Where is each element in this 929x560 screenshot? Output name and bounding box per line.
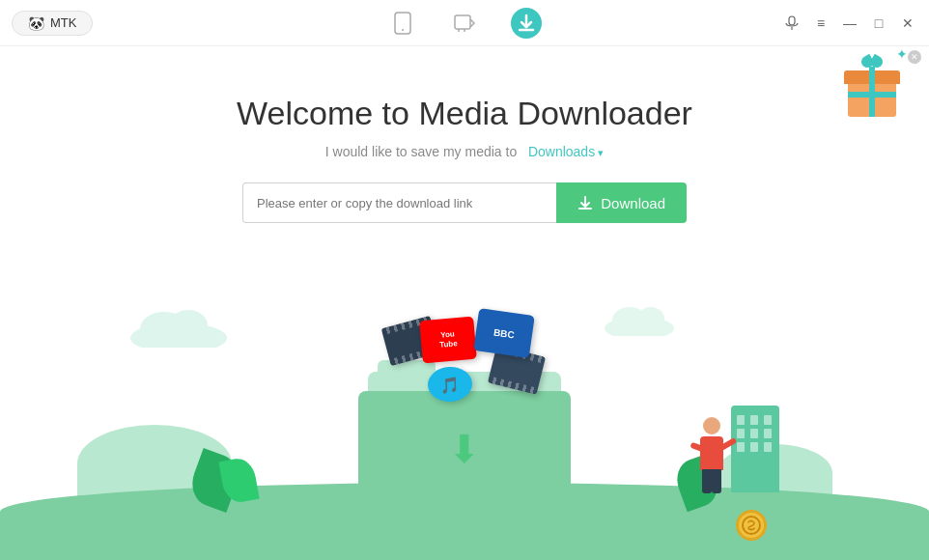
cloud-right — [601, 299, 678, 340]
coin-disc — [736, 510, 767, 541]
window — [737, 415, 745, 425]
cloud-left — [126, 304, 232, 351]
menu-icon: ≡ — [817, 15, 825, 31]
close-icon: ✕ — [902, 15, 914, 31]
transfer-nav-icon[interactable] — [449, 8, 480, 39]
main-content: ✦ ✦ ✕ Welcome to Media Downloader I woul… — [0, 46, 929, 560]
maximize-button[interactable]: □ — [869, 14, 888, 33]
subtitle: I would like to save my media to Downloa… — [325, 144, 604, 159]
svg-point-10 — [743, 517, 760, 534]
gift-ribbon-horizontal — [848, 92, 896, 98]
svg-point-1 — [402, 29, 404, 31]
bow-right — [869, 54, 885, 70]
app-name-label: MTK — [50, 15, 76, 30]
gift-bow — [861, 56, 883, 71]
panda-icon: 🐼 — [28, 15, 44, 31]
person-head — [703, 417, 720, 434]
svg-rect-3 — [789, 16, 795, 25]
person-arm-left — [690, 442, 704, 452]
window — [750, 415, 758, 425]
sparkle-1: ✦ — [896, 46, 908, 62]
window — [737, 429, 745, 438]
gift-box-promo: ✦ ✦ ✕ — [840, 54, 917, 122]
page-title: Welcome to Media Downloader — [237, 95, 692, 132]
download-button[interactable]: Download — [556, 182, 687, 223]
minimize-icon: — — [843, 15, 857, 31]
titlebar-right: ≡ — □ ✕ — [782, 14, 917, 33]
building-body — [731, 406, 779, 492]
folder-front: ⬇ — [358, 391, 571, 507]
titlebar: 🐼 MTK — [0, 0, 929, 46]
subtitle-text: I would like to save my media to — [325, 144, 517, 159]
person-arm-right — [719, 437, 738, 451]
window — [750, 429, 758, 438]
download-btn-icon — [577, 195, 593, 210]
minimize-button[interactable]: — — [840, 14, 859, 33]
person-body — [700, 436, 723, 470]
illustration: YouTube BBC 🎵 ⬇ — [0, 290, 929, 560]
youtube-card: YouTube — [419, 317, 477, 364]
url-input-row: Download — [242, 182, 687, 223]
window — [764, 429, 772, 438]
folder-download-arrow: ⬇ — [448, 430, 481, 468]
person-leg-left — [702, 469, 712, 493]
download-nav-icon[interactable] — [511, 8, 542, 39]
svg-rect-2 — [455, 15, 470, 29]
folder-illustration: YouTube BBC 🎵 ⬇ — [349, 314, 580, 507]
gift-close-button[interactable]: ✕ — [908, 50, 921, 64]
titlebar-left: 🐼 MTK — [12, 11, 93, 36]
close-button[interactable]: ✕ — [898, 14, 917, 33]
svg-point-9 — [637, 307, 664, 330]
person-leg-right — [712, 469, 721, 493]
svg-point-6 — [169, 310, 208, 341]
window — [737, 442, 745, 452]
app-pill[interactable]: 🐼 MTK — [12, 11, 93, 36]
window — [750, 442, 758, 452]
bbc-card: BBC — [473, 308, 535, 358]
building — [731, 406, 779, 492]
window — [764, 442, 772, 452]
building-windows — [737, 415, 774, 452]
downloads-folder-link[interactable]: Downloads — [528, 144, 604, 159]
mobile-nav-icon[interactable] — [387, 8, 418, 39]
download-button-label: Download — [601, 195, 665, 211]
maximize-icon: □ — [875, 15, 883, 31]
person-figure — [688, 417, 736, 504]
menu-button[interactable]: ≡ — [811, 14, 830, 33]
url-input[interactable] — [242, 182, 556, 223]
window — [764, 415, 772, 425]
mic-button[interactable] — [782, 14, 802, 33]
titlebar-center — [387, 8, 542, 39]
